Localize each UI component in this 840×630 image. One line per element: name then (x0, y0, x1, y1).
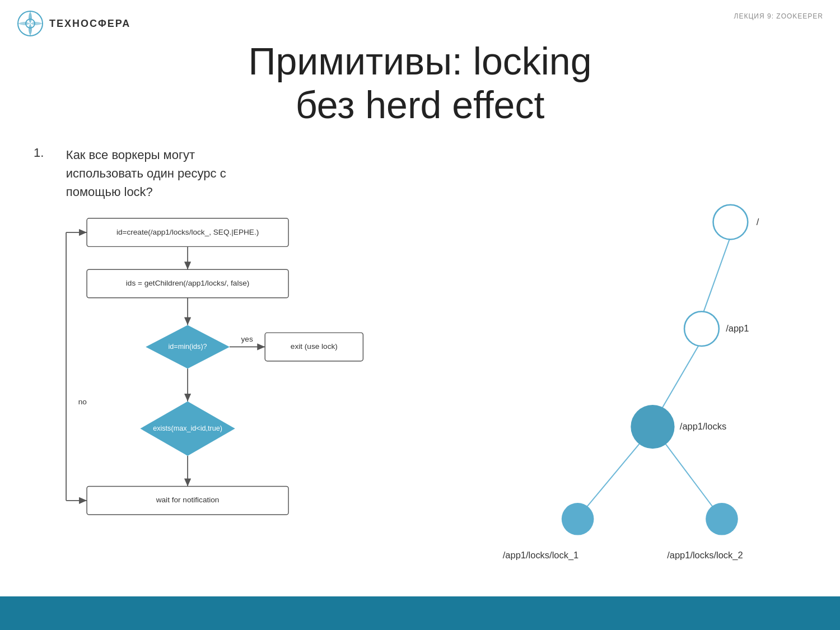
fc-box2-text: ids = getChildren(/app1/locks/, false) (126, 279, 250, 287)
label-no: no (78, 398, 87, 406)
title-line2: без herd effect (0, 83, 840, 127)
tree-label-lock2: /app1/locks/lock_2 (667, 550, 743, 561)
fc-diamond1-text: id=min(ids)? (169, 343, 207, 351)
bottom-bar (0, 596, 840, 630)
content: 1. Как все воркеры могут использовать од… (34, 146, 806, 585)
tree-node-app1 (684, 311, 719, 346)
fc-box1-text: id=create(/app1/locks/lock_, SEQ.|EPHE.) (116, 228, 259, 236)
list-number: 1. (34, 146, 44, 160)
fc-box4-text: wait for notification (156, 496, 220, 504)
title-line1: Примитивы: locking (0, 39, 840, 83)
tree-label-root: / (757, 217, 759, 227)
line-locks-lock2 (661, 438, 713, 508)
fc-diamond2-text: exists(max_id<id,true) (153, 424, 222, 432)
tree-label-lock1: /app1/locks/lock_1 (503, 550, 578, 561)
tree-node-locks (631, 405, 674, 449)
line-root-app1 (702, 236, 730, 317)
logo-text: ТЕХНОСΦЕРА (49, 18, 130, 30)
tree-label-app1: /app1 (726, 323, 749, 333)
main-title: Примитивы: locking без herd effect (0, 39, 840, 127)
flowchart: id=create(/app1/locks/lock_, SEQ.|EPHE.)… (34, 174, 426, 577)
title-section: Примитивы: locking без herd effect (0, 39, 840, 127)
tree-label-locks: /app1/locks (680, 421, 726, 431)
tree-node-root (713, 205, 748, 240)
tree-diagram: / /app1 /app1/locks /app1/locks/lock_1 /… (482, 190, 806, 582)
line-locks-lock1 (586, 438, 644, 508)
logo-icon (17, 10, 44, 37)
line-app1-locks (661, 340, 702, 410)
tree-node-lock1 (562, 503, 594, 535)
tree-node-lock2 (706, 503, 738, 535)
fc-box3-text: exit (use lock) (291, 342, 338, 351)
lecture-label: ЛЕКЦИЯ 9: ZOOKEEPER (734, 12, 823, 20)
label-yes: yes (241, 335, 253, 343)
logo: ТЕХНОСΦЕРА (17, 10, 130, 37)
